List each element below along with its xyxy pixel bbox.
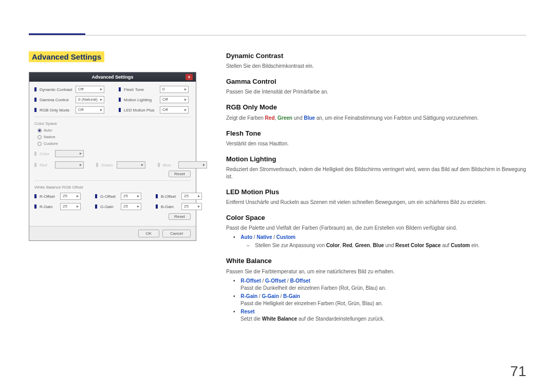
label-r-offset: R-Offset — [40, 194, 58, 199]
group-color-space-label: Color Space — [34, 117, 191, 126]
field-marker — [95, 194, 97, 198]
label-g-offset: G-Offset — [100, 194, 119, 199]
label-gamma-control: Gamma Control — [40, 98, 73, 102]
p-rgb-only: Zeigt die Farben Red, Green und Blue an,… — [226, 115, 526, 122]
dropdown-b-gain[interactable]: 25 — [181, 203, 202, 210]
wb-offset-item: R-Offset / G-Offset / B-Offset Passt die… — [233, 277, 526, 292]
ok-button[interactable]: OK — [138, 230, 160, 237]
section-title: Advanced Settings — [29, 51, 104, 62]
dropdown-gamma-control[interactable]: 0 (Natural) — [76, 96, 104, 103]
color-space-rgb-row: Red Green Blue — [34, 161, 191, 169]
field-marker — [34, 87, 36, 91]
dialog-footer: OK Cancel — [29, 226, 196, 240]
h-motion-lighting: Motion Lighting — [226, 155, 526, 164]
field-marker — [34, 204, 36, 209]
field-flesh-tone: Flesh Tone 0 — [119, 86, 189, 93]
label-color: Color — [40, 152, 53, 156]
field-marker — [158, 163, 160, 167]
label-b-gain: B-Gain — [161, 204, 179, 209]
radio-dot-icon — [38, 128, 42, 133]
color-space-color-row: Color — [34, 150, 191, 157]
dropdown-g-gain[interactable]: 25 — [121, 203, 141, 210]
dialog-body: Dynamic Contrast Off Flesh Tone 0 Gamma … — [29, 82, 196, 226]
label-motion-lighting: Motion Lighting — [124, 98, 158, 102]
color-space-custom-note: Stellen Sie zur Anpassung von Color, Red… — [247, 242, 526, 249]
page-number: 71 — [510, 363, 526, 380]
dropdown-flesh-tone[interactable]: 0 — [160, 86, 189, 93]
p-motion-lighting: Reduziert den Stromverbrauch, indem die … — [226, 166, 526, 180]
radio-auto-label: Auto — [44, 128, 52, 133]
p-gamma-control: Passen Sie die Intensität der Primärfarb… — [226, 88, 526, 96]
dropdown-g-offset[interactable]: 25 — [121, 193, 141, 200]
radio-auto[interactable]: Auto — [38, 128, 191, 133]
p-white-balance: Passen Sie die Farbtemperatur an, um ein… — [226, 268, 526, 275]
label-green: Green — [101, 163, 115, 167]
wb-gain-item: R-Gain / G-Gain / B-Gain Passt die Helli… — [233, 293, 526, 307]
label-b-offset: B-Offset — [161, 194, 179, 199]
field-marker — [34, 163, 36, 167]
p-dynamic-contrast: Stellen Sie den Bildschirmkontrast ein. — [226, 63, 526, 70]
radio-custom-label: Custom — [44, 141, 58, 146]
field-marker — [96, 163, 98, 167]
field-marker — [34, 152, 36, 156]
label-led-motion-plus: LED Motion Plus — [124, 108, 158, 113]
field-marker — [156, 204, 158, 209]
white-balance-reset-button[interactable]: Reset — [169, 213, 191, 220]
wb-reset-item: Reset Setzt die White Balance auf die St… — [233, 308, 526, 323]
label-dynamic-contrast: Dynamic Contrast — [40, 87, 73, 92]
field-marker — [119, 98, 121, 102]
color-space-radios: Auto Native Custom — [38, 128, 191, 146]
dialog-title-text: Advanced Settings — [91, 74, 133, 80]
field-dynamic-contrast: Dynamic Contrast Off — [34, 86, 104, 93]
dropdown-dynamic-contrast[interactable]: Off — [76, 86, 104, 93]
field-led-motion-plus: LED Motion Plus Off — [119, 106, 189, 114]
radio-custom[interactable]: Custom — [38, 141, 191, 146]
dialog-title: Advanced Settings x — [29, 72, 196, 82]
h-dynamic-contrast: Dynamic Contrast — [226, 51, 526, 61]
label-flesh-tone: Flesh Tone — [124, 87, 158, 92]
dropdown-red — [55, 161, 84, 169]
field-marker — [34, 108, 36, 112]
h-gamma-control: Gamma Control — [226, 77, 526, 86]
p-color-space: Passt die Palette und Vielfalt der Farbe… — [226, 225, 526, 232]
doc-content: Dynamic Contrast Stellen Sie den Bildsch… — [226, 51, 526, 330]
field-motion-lighting: Motion Lighting Off — [119, 96, 189, 103]
h-rgb-only: RGB Only Mode — [226, 103, 526, 112]
label-g-gain: G-Gain — [100, 204, 119, 209]
p-flesh-tone: Verstärkt den rosa Hautton. — [226, 140, 526, 147]
p-led-motion-plus: Entfernt Unschärfe und Ruckeln aus Szene… — [226, 199, 526, 206]
h-flesh-tone: Flesh Tone — [226, 129, 526, 138]
advanced-settings-dialog: Advanced Settings x Dynamic Contrast Off… — [29, 72, 196, 241]
field-marker — [119, 87, 121, 91]
h-led-motion-plus: LED Motion Plus — [226, 188, 526, 197]
field-marker — [156, 194, 158, 198]
field-marker — [95, 204, 97, 209]
dropdown-rgb-only[interactable]: Off — [76, 106, 104, 114]
dropdown-color — [55, 150, 84, 157]
radio-native[interactable]: Native — [38, 135, 191, 139]
radio-native-label: Native — [44, 135, 55, 139]
field-marker — [34, 98, 36, 102]
field-marker — [119, 108, 121, 112]
close-icon[interactable]: x — [186, 74, 193, 80]
dropdown-green — [117, 161, 145, 169]
h-white-balance: White Balance — [226, 256, 526, 266]
dropdown-r-offset[interactable]: 25 — [60, 193, 81, 200]
field-rgb-only: RGB Only Mode Off — [34, 106, 104, 114]
dropdown-led-motion-plus[interactable]: Off — [160, 106, 189, 114]
white-balance-group: White Balance RGB Offset R-Offset25 G-Of… — [34, 180, 191, 220]
label-rgb-only: RGB Only Mode — [40, 108, 73, 113]
dropdown-r-gain[interactable]: 25 — [60, 203, 81, 210]
white-balance-group-label: White Balance RGB Offset — [34, 185, 191, 190]
color-space-options: Auto / Native / Custom Stellen Sie zur A… — [233, 234, 526, 249]
dropdown-b-offset[interactable]: 25 — [181, 193, 202, 200]
dropdown-motion-lighting[interactable]: Off — [160, 96, 189, 103]
label-red: Red — [40, 163, 53, 167]
radio-dot-icon — [38, 135, 42, 139]
field-gamma-control: Gamma Control 0 (Natural) — [34, 96, 104, 103]
field-marker — [34, 194, 36, 198]
color-space-reset-button[interactable]: Reset — [169, 171, 191, 177]
h-color-space: Color Space — [226, 213, 526, 222]
cancel-button[interactable]: Cancel — [162, 230, 191, 237]
radio-dot-icon — [38, 142, 42, 146]
